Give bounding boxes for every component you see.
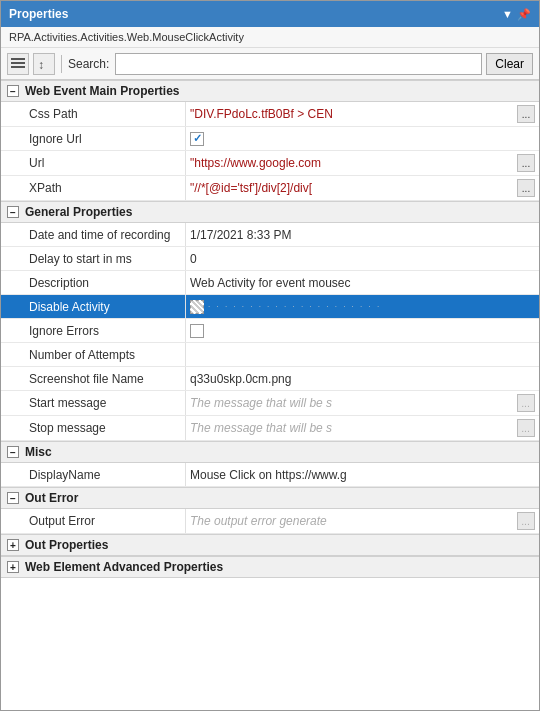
prop-row-misc-0[interactable]: DisplayNameMouse Click on https://www.g <box>1 463 539 487</box>
svg-rect-2 <box>11 66 25 68</box>
prop-name-general-2: Description <box>1 271 186 294</box>
prop-value-general-7[interactable]: The message that will be s... <box>186 391 539 415</box>
prop-value-general-0: 1/17/2021 8:33 PM <box>186 223 539 246</box>
prop-row-general-4[interactable]: Ignore Errors <box>1 319 539 343</box>
section-header-web-element[interactable]: + Web Element Advanced Properties <box>1 556 539 578</box>
prop-value-text-general-6: q33u0skp.0cm.png <box>190 372 535 386</box>
prop-value-general-5 <box>186 343 539 366</box>
prop-name-general-3: Disable Activity <box>1 295 186 318</box>
prop-row-web-event-3[interactable]: XPath"//*[@id='tsf']/div[2]/div[... <box>1 176 539 201</box>
prop-value-general-2: Web Activity for event mousec <box>186 271 539 294</box>
prop-value-general-6: q33u0skp.0cm.png <box>186 367 539 390</box>
section-header-out-properties[interactable]: + Out Properties <box>1 534 539 556</box>
prop-name-web-event-1: Ignore Url <box>1 127 186 150</box>
section-header-misc[interactable]: − Misc <box>1 441 539 463</box>
prop-value-text-out-error-0: The output error generate <box>190 514 515 528</box>
prop-value-general-8[interactable]: The message that will be s... <box>186 416 539 440</box>
prop-row-web-event-2[interactable]: Url"https://www.google.com... <box>1 151 539 176</box>
breadcrumb: RPA.Activities.Activities.Web.MouseClick… <box>1 27 539 48</box>
section-label-general: General Properties <box>25 205 132 219</box>
prop-value-web-event-0[interactable]: "DIV.FPdoLc.tfB0Bf > CEN... <box>186 102 539 126</box>
prop-value-text-general-2: Web Activity for event mousec <box>190 276 535 290</box>
prop-name-web-event-3: XPath <box>1 176 186 200</box>
prop-name-general-7: Start message <box>1 391 186 415</box>
prop-name-misc-0: DisplayName <box>1 463 186 486</box>
prop-name-out-error-0: Output Error <box>1 509 186 533</box>
section-label-misc: Misc <box>25 445 52 459</box>
prop-value-web-event-2[interactable]: "https://www.google.com... <box>186 151 539 175</box>
prop-value-text-general-7: The message that will be s <box>190 396 515 410</box>
prop-value-text-web-event-3: "//*[@id='tsf']/div[2]/div[ <box>190 181 515 195</box>
ellipsis-btn-web-event-0[interactable]: ... <box>517 105 535 123</box>
search-label: Search: <box>68 57 109 71</box>
prop-name-web-event-2: Url <box>1 151 186 175</box>
clear-button[interactable]: Clear <box>486 53 533 75</box>
prop-value-web-event-1 <box>186 127 539 150</box>
list-icon <box>11 57 25 71</box>
prop-name-general-1: Delay to start in ms <box>1 247 186 270</box>
header-controls: ▼ 📌 <box>502 8 531 21</box>
prop-row-general-8[interactable]: Stop messageThe message that will be s..… <box>1 416 539 441</box>
prop-value-web-event-3[interactable]: "//*[@id='tsf']/div[2]/div[... <box>186 176 539 200</box>
prop-name-general-8: Stop message <box>1 416 186 440</box>
sort-icon: ↕ <box>37 57 51 71</box>
ellipsis-btn-general-8[interactable]: ... <box>517 419 535 437</box>
prop-row-web-event-0[interactable]: Css Path"DIV.FPdoLc.tfB0Bf > CEN... <box>1 102 539 127</box>
prop-row-general-7[interactable]: Start messageThe message that will be s.… <box>1 391 539 416</box>
section-toggle-out-properties: + <box>7 539 19 551</box>
section-toggle-web-event: − <box>7 85 19 97</box>
section-header-general[interactable]: − General Properties <box>1 201 539 223</box>
section-label-out-properties: Out Properties <box>25 538 108 552</box>
checkbox-dashed-general-3[interactable] <box>190 300 204 314</box>
search-input[interactable] <box>115 53 482 75</box>
prop-row-general-0[interactable]: Date and time of recording1/17/2021 8:33… <box>1 223 539 247</box>
prop-row-general-3[interactable]: Disable Activity· · · · · · · · · · · · … <box>1 295 539 319</box>
prop-row-out-error-0[interactable]: Output ErrorThe output error generate... <box>1 509 539 534</box>
checkbox-empty-general-4[interactable] <box>190 324 204 338</box>
prop-value-general-1: 0 <box>186 247 539 270</box>
list-view-button[interactable] <box>7 53 29 75</box>
prop-value-text-web-event-0: "DIV.FPdoLc.tfB0Bf > CEN <box>190 107 515 121</box>
prop-row-general-6[interactable]: Screenshot file Nameq33u0skp.0cm.png <box>1 367 539 391</box>
properties-content: − Web Event Main Properties Css Path"DIV… <box>1 80 539 710</box>
svg-rect-0 <box>11 58 25 60</box>
checkbox-web-event-1[interactable] <box>190 132 204 146</box>
prop-value-misc-0: Mouse Click on https://www.g <box>186 463 539 486</box>
prop-value-general-4 <box>186 319 539 342</box>
sort-button[interactable]: ↕ <box>33 53 55 75</box>
prop-name-general-6: Screenshot file Name <box>1 367 186 390</box>
svg-rect-1 <box>11 62 25 64</box>
prop-name-general-4: Ignore Errors <box>1 319 186 342</box>
section-toggle-general: − <box>7 206 19 218</box>
prop-value-text-general-0: 1/17/2021 8:33 PM <box>190 228 535 242</box>
prop-name-general-5: Number of Attempts <box>1 343 186 366</box>
section-toggle-out-error: − <box>7 492 19 504</box>
section-label-web-event: Web Event Main Properties <box>25 84 179 98</box>
prop-value-text-web-event-2: "https://www.google.com <box>190 156 515 170</box>
properties-panel: Properties ▼ 📌 RPA.Activities.Activities… <box>0 0 540 711</box>
prop-value-text-general-1: 0 <box>190 252 535 266</box>
toolbar-separator <box>61 55 62 73</box>
dropdown-icon[interactable]: ▼ <box>502 8 513 21</box>
section-header-out-error[interactable]: − Out Error <box>1 487 539 509</box>
section-header-web-event[interactable]: − Web Event Main Properties <box>1 80 539 102</box>
ellipsis-btn-web-event-3[interactable]: ... <box>517 179 535 197</box>
svg-text:↕: ↕ <box>38 58 44 71</box>
ellipsis-btn-general-7[interactable]: ... <box>517 394 535 412</box>
section-toggle-web-element: + <box>7 561 19 573</box>
prop-row-general-1[interactable]: Delay to start in ms0 <box>1 247 539 271</box>
ellipsis-btn-out-error-0[interactable]: ... <box>517 512 535 530</box>
prop-value-text-misc-0: Mouse Click on https://www.g <box>190 468 535 482</box>
panel-title: Properties <box>9 7 68 21</box>
ellipsis-btn-web-event-2[interactable]: ... <box>517 154 535 172</box>
toolbar: ↕ Search: Clear <box>1 48 539 80</box>
prop-row-general-2[interactable]: DescriptionWeb Activity for event mousec <box>1 271 539 295</box>
pin-icon[interactable]: 📌 <box>517 8 531 21</box>
prop-row-web-event-1[interactable]: Ignore Url <box>1 127 539 151</box>
prop-value-general-3: · · · · · · · · · · · · · · · · · · · · … <box>186 295 539 318</box>
panel-header: Properties ▼ 📌 <box>1 1 539 27</box>
section-label-out-error: Out Error <box>25 491 78 505</box>
prop-value-out-error-0[interactable]: The output error generate... <box>186 509 539 533</box>
section-toggle-misc: − <box>7 446 19 458</box>
prop-row-general-5[interactable]: Number of Attempts <box>1 343 539 367</box>
